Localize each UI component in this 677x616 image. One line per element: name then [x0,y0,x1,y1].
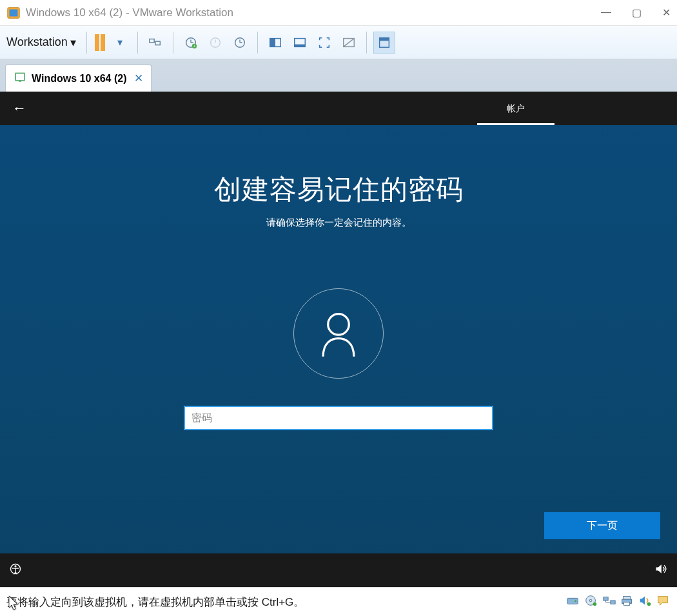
svg-point-30 [589,599,592,602]
avatar-placeholder [293,288,384,379]
oobe-tab-label: 帐户 [507,103,525,114]
toolbar-separator [257,32,258,54]
view-fullscreen-button[interactable] [313,32,335,54]
toolbar-separator [86,32,87,54]
tab-close-button[interactable]: ✕ [134,72,143,85]
oobe-subheading: 请确保选择你一定会记住的内容。 [266,217,411,229]
ease-of-access-icon [9,562,22,575]
oobe-heading: 创建容易记住的密码 [214,172,464,208]
svg-rect-23 [19,81,21,82]
view-fullscreen-bar-button[interactable] [289,32,311,54]
svg-rect-15 [270,38,275,46]
snapshot-take-button[interactable]: + [180,32,202,54]
clock-icon [208,35,222,50]
user-icon [316,309,361,358]
svg-rect-22 [15,73,24,81]
maximize-button[interactable]: ▢ [632,6,642,19]
svg-point-28 [574,601,576,602]
vm-tab-label: Windows 10 x64 (2) [32,73,126,84]
password-input[interactable] [184,406,493,430]
pause-bar-icon [101,34,105,51]
screen-bar-icon [293,35,307,50]
vm-tab-strip: Windows 10 x64 (2) ✕ [0,59,677,92]
toolbar-separator [137,32,138,54]
next-button[interactable]: 下一页 [544,512,660,539]
svg-line-19 [343,38,354,46]
network-icon[interactable] [602,594,616,610]
svg-rect-33 [611,601,615,604]
svg-point-26 [14,565,16,567]
toolbar-separator [366,32,367,54]
vm-tab-active[interactable]: Windows 10 x64 (2) ✕ [5,65,152,92]
toolbar-separator [173,32,173,54]
svg-rect-34 [623,597,631,600]
minimize-button[interactable]: — [601,6,611,19]
sound-icon[interactable] [638,594,652,610]
workstation-menu-label: Workstation [6,35,68,49]
cd-icon[interactable] [584,594,598,610]
oobe-bottombar [0,553,677,587]
snapshot-manager-button[interactable] [229,32,251,54]
library-icon [377,35,391,50]
arrow-left-icon: ← [12,100,26,117]
status-bar: 要将输入定向到该虚拟机，请在虚拟机内部单击或按 Ctrl+G。 [0,587,677,616]
split-screen-icon [268,35,282,50]
oobe-content: 创建容易记住的密码 请确保选择你一定会记住的内容。 下一页 [0,125,677,553]
volume-button[interactable] [654,562,668,579]
oobe-topbar: ← 帐户 [0,92,677,125]
svg-text:+: + [193,44,195,48]
svg-rect-17 [294,44,305,46]
guest-screen: ← 帐户 创建容易记住的密码 请确保选择你一定会记住的内容。 下一页 [0,92,677,587]
svg-point-24 [328,314,349,335]
status-message: 要将输入定向到该虚拟机，请在虚拟机内部单击或按 Ctrl+G。 [6,595,566,610]
vm-tab-icon [14,71,26,86]
clock-manager-icon [233,35,247,50]
fullscreen-icon [317,35,331,50]
speaker-icon [654,562,668,575]
window-controls: — ▢ ✕ [601,6,671,19]
message-log-icon[interactable] [656,594,671,610]
unity-disabled-icon [342,35,356,50]
pause-button[interactable] [93,33,106,52]
svg-rect-32 [603,597,608,601]
svg-rect-36 [624,602,630,606]
vmware-toolbar: Workstation ▾ ▾ + [0,26,677,59]
svg-rect-1 [10,9,18,16]
view-unity-button[interactable] [338,32,360,54]
oobe-tab-account[interactable]: 帐户 [477,92,554,125]
view-console-button[interactable] [264,32,286,54]
chevron-down-icon: ▾ [117,36,123,48]
power-dropdown[interactable]: ▾ [109,32,131,54]
workstation-menu[interactable]: Workstation ▾ [5,34,80,52]
host-titlebar: Windows 10 x64 (2) - VMware Workstation … [0,0,677,26]
svg-point-37 [647,602,651,606]
svg-rect-21 [379,37,389,41]
keys-icon [148,35,162,50]
svg-rect-2 [150,39,154,43]
library-button[interactable] [373,32,395,54]
svg-point-31 [593,602,597,606]
printer-icon[interactable] [620,594,634,610]
window-title: Windows 10 x64 (2) - VMware Workstation [26,6,601,19]
snapshot-revert-button[interactable] [204,32,226,54]
send-ctrl-alt-del-button[interactable] [144,32,166,54]
clock-plus-icon: + [184,35,198,50]
vmware-app-icon [6,6,21,20]
chevron-down-icon: ▾ [70,35,76,50]
hdd-icon[interactable] [566,594,580,610]
back-button[interactable]: ← [0,100,39,117]
ease-of-access-button[interactable] [9,562,22,579]
status-icons [566,594,671,610]
close-button[interactable]: ✕ [662,6,671,19]
svg-rect-3 [155,41,160,45]
pause-bar-icon [95,34,99,51]
